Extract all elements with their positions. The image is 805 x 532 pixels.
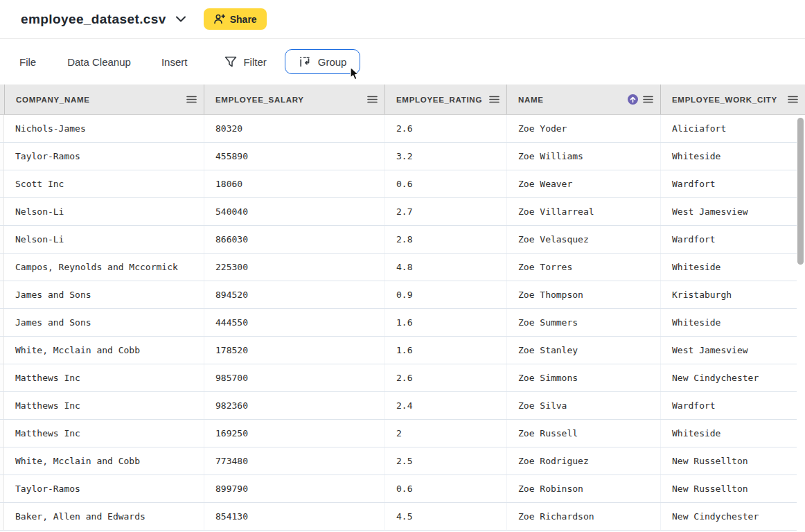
column-menu-icon[interactable] xyxy=(788,96,798,103)
table-cell[interactable]: 4.8 xyxy=(384,254,506,281)
table-cell[interactable]: 178520 xyxy=(204,337,384,364)
table-cell[interactable]: Zoe Thompson xyxy=(506,281,660,308)
table-cell[interactable]: 225300 xyxy=(204,254,384,281)
table-cell[interactable]: 540040 xyxy=(204,198,384,225)
table-cell[interactable]: West Jamesview xyxy=(660,198,805,225)
table-cell[interactable]: Zoe Stanley xyxy=(506,337,660,364)
table-cell[interactable]: New Cindychester xyxy=(660,364,805,391)
table-cell[interactable]: Matthews Inc xyxy=(4,420,204,447)
column-menu-icon[interactable] xyxy=(186,96,197,103)
table-cell[interactable]: 2.6 xyxy=(384,364,506,391)
toolbar-item-filter[interactable]: Filter xyxy=(224,56,266,68)
table-cell[interactable]: West Jamesview xyxy=(660,337,805,364)
table-cell[interactable]: 1.6 xyxy=(384,337,506,364)
table-cell[interactable]: Kristaburgh xyxy=(660,281,805,308)
column-header-employee-work-city[interactable]: EMPLOYEE_WORK_CITY xyxy=(660,85,805,114)
toolbar-item-insert[interactable]: Insert xyxy=(161,56,188,68)
table-cell[interactable]: 0.6 xyxy=(384,170,506,197)
table-cell[interactable]: Aliciafort xyxy=(660,115,805,142)
table-cell[interactable]: Zoe Simmons xyxy=(506,364,660,391)
chevron-down-icon[interactable] xyxy=(176,16,186,22)
table-cell[interactable]: 18060 xyxy=(204,170,384,197)
table-cell[interactable]: New Russellton xyxy=(660,475,805,502)
scrollbar-thumb[interactable] xyxy=(797,118,804,265)
table-cell[interactable]: Whiteside xyxy=(660,309,805,336)
table-cell[interactable]: 3.2 xyxy=(384,143,506,170)
table-cell[interactable]: Zoe Richardson xyxy=(506,503,660,530)
column-menu-icon[interactable] xyxy=(489,96,499,103)
table-cell[interactable]: James and Sons xyxy=(4,309,204,336)
table-cell[interactable]: 982360 xyxy=(204,392,384,419)
table-cell[interactable]: White, Mcclain and Cobb xyxy=(4,447,204,475)
table-cell[interactable]: 1.6 xyxy=(384,309,506,336)
table-cell[interactable]: 854130 xyxy=(204,503,384,530)
table-cell[interactable]: 2 xyxy=(384,420,506,447)
table-cell[interactable]: 2.7 xyxy=(384,198,506,225)
document-title: employee_dataset.csv xyxy=(21,12,166,27)
vertical-scrollbar[interactable] xyxy=(797,116,805,532)
table-cell[interactable]: Nelson-Li xyxy=(4,226,204,253)
column-header-name[interactable]: NAME xyxy=(506,85,660,114)
table-cell[interactable]: Matthews Inc xyxy=(4,392,204,419)
table-cell[interactable]: Wardfort xyxy=(660,226,805,253)
document-title-menu[interactable]: employee_dataset.csv xyxy=(21,12,186,27)
table-cell[interactable]: White, Mcclain and Cobb xyxy=(4,337,204,364)
column-header-company-name[interactable]: COMPANY_NAME xyxy=(4,85,204,114)
table-cell[interactable]: New Russellton xyxy=(660,447,805,475)
column-header-employee-salary[interactable]: EMPLOYEE_SALARY xyxy=(204,85,384,114)
table-cell[interactable]: Baker, Allen and Edwards xyxy=(4,503,204,530)
toolbar-item-file[interactable]: File xyxy=(19,56,36,68)
share-button[interactable]: Share xyxy=(204,8,267,30)
table-cell[interactable]: 985700 xyxy=(204,364,384,391)
table-cell[interactable]: 80320 xyxy=(204,115,384,142)
toolbar-item-group[interactable]: Group xyxy=(285,49,361,74)
table-cell[interactable]: Zoe Yoder xyxy=(506,115,660,142)
table-cell[interactable]: Whiteside xyxy=(660,254,805,281)
table-cell[interactable]: 444550 xyxy=(204,309,384,336)
table-cell[interactable]: Taylor-Ramos xyxy=(4,475,204,502)
table-cell[interactable]: 894520 xyxy=(204,281,384,308)
table-cell[interactable]: 2.8 xyxy=(384,226,506,253)
table-cell[interactable]: Wardfort xyxy=(660,170,805,197)
table-cell[interactable]: Zoe Williams xyxy=(506,143,660,170)
table-cell[interactable]: 4.5 xyxy=(384,503,506,530)
table-cell[interactable]: Scott Inc xyxy=(4,170,204,197)
table-cell[interactable]: 169250 xyxy=(204,420,384,447)
column-menu-icon[interactable] xyxy=(643,96,653,103)
table-cell[interactable]: Taylor-Ramos xyxy=(4,143,204,170)
table-cell[interactable]: 773480 xyxy=(204,447,384,475)
table-cell[interactable]: 2.5 xyxy=(384,447,506,475)
table-cell[interactable]: James and Sons xyxy=(4,281,204,308)
table-cell[interactable]: Nelson-Li xyxy=(4,198,204,225)
table-cell[interactable]: Zoe Velasquez xyxy=(506,226,660,253)
table-cell[interactable]: 866030 xyxy=(204,226,384,253)
table-cell[interactable]: Zoe Russell xyxy=(506,420,660,447)
table-cell[interactable]: 455890 xyxy=(204,143,384,170)
table-cell[interactable]: Campos, Reynolds and Mccormick xyxy=(4,254,204,281)
table-cell[interactable]: Zoe Torres xyxy=(506,254,660,281)
table-cell[interactable]: 0.6 xyxy=(384,475,506,502)
table-cell[interactable]: Wardfort xyxy=(660,392,805,419)
column-header-employee-rating[interactable]: EMPLOYEE_RATING xyxy=(384,85,506,114)
table-row: Matthews Inc9823602.4Zoe SilvaWardfort xyxy=(0,392,805,420)
table-cell[interactable]: 2.4 xyxy=(384,392,506,419)
column-header-label: NAME xyxy=(518,96,544,104)
table-cell[interactable]: New Cindychester xyxy=(660,503,805,530)
sort-ascending-badge-icon[interactable] xyxy=(628,94,638,105)
column-menu-icon[interactable] xyxy=(367,96,378,103)
table-cell[interactable]: Matthews Inc xyxy=(4,364,204,391)
table-cell[interactable]: 0.9 xyxy=(384,281,506,308)
table-cell[interactable]: Zoe Silva xyxy=(506,392,660,419)
share-button-label: Share xyxy=(230,14,257,25)
table-cell[interactable]: Zoe Summers xyxy=(506,309,660,336)
toolbar-item-data-cleanup[interactable]: Data Cleanup xyxy=(67,56,131,68)
table-cell[interactable]: Zoe Weaver xyxy=(506,170,660,197)
table-cell[interactable]: Zoe Rodriguez xyxy=(506,447,660,475)
table-cell[interactable]: 899790 xyxy=(204,475,384,502)
table-cell[interactable]: Nichols-James xyxy=(4,115,204,142)
table-cell[interactable]: Whiteside xyxy=(660,420,805,447)
table-cell[interactable]: Zoe Villarreal xyxy=(506,198,660,225)
table-cell[interactable]: Zoe Robinson xyxy=(506,475,660,502)
table-cell[interactable]: 2.6 xyxy=(384,115,506,142)
table-cell[interactable]: Whiteside xyxy=(660,143,805,170)
